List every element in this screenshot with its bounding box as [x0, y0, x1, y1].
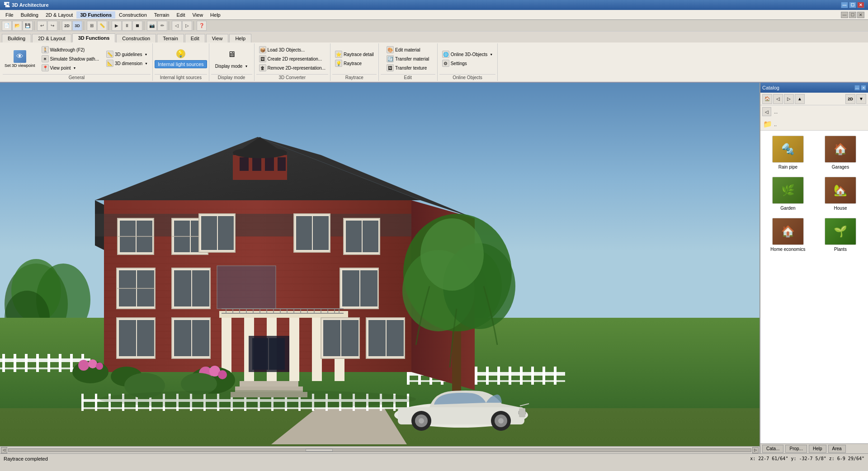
catalog-item-home-economics[interactable]: 🏠 Home economics — [762, 215, 814, 255]
raytrace-button[interactable]: 💡 Raytrace — [333, 59, 376, 68]
catalog-2d-view[interactable]: 2D — [845, 94, 855, 104]
menu-3d-functions[interactable]: 3D Functions — [76, 11, 115, 19]
right-panel: Catalog — ✕ 🏠 ◁ ▷ ▲ 2D ▼ ◁ ... 📁 .. — [760, 83, 868, 453]
arrow-right-button[interactable]: ▷ — [182, 21, 192, 31]
arrow-left-button[interactable]: ◁ — [172, 21, 182, 31]
catalog-dropdown[interactable]: ▼ — [856, 94, 866, 104]
measure-button[interactable]: 📏 — [97, 21, 107, 31]
scroll-thumb[interactable] — [306, 449, 333, 452]
scroll-right-button[interactable]: ▷ — [752, 447, 759, 453]
menu-file[interactable]: File — [2, 11, 17, 19]
internal-light-sources-button[interactable]: Internal light sources — [155, 60, 207, 68]
catalog-back-button[interactable]: ◁ — [773, 94, 783, 104]
edit-material-button[interactable]: 🎨 Edit material — [385, 45, 431, 54]
tab-building[interactable]: Building — [2, 34, 31, 42]
ribbon-group-online: 🌐 Online 3D-Objects ▼ ⚙ Settings Online … — [438, 43, 498, 81]
catalog-close[interactable]: ✕ — [861, 85, 866, 90]
catalog-nav-back[interactable]: ◁ — [762, 107, 771, 116]
3d-dimension-button[interactable]: 📐 3D dimension ▼ — [104, 59, 150, 68]
viewpoint-button[interactable]: 📍 View point ▼ — [40, 63, 101, 72]
online-3d-objects-button[interactable]: 🌐 Online 3D-Objects ▼ — [440, 50, 495, 59]
pause-button[interactable]: ⏸ — [122, 21, 132, 31]
grid-button[interactable]: ⊞ — [87, 21, 97, 31]
catalog-tab-cata[interactable]: Cata... — [762, 445, 783, 453]
menu-help[interactable]: Help — [207, 11, 224, 19]
tab-construction[interactable]: Construction — [116, 34, 156, 42]
horizontal-scrollbar[interactable]: ◁ ▷ — [0, 446, 760, 453]
2d-view-button[interactable]: 2D — [62, 21, 72, 31]
tab-edit[interactable]: Edit — [185, 34, 205, 42]
play-button[interactable]: ▶ — [112, 21, 122, 31]
raytrace-detail-button[interactable]: ⭐ Raytrace detail — [333, 50, 376, 59]
open-button[interactable]: 📂 — [12, 21, 22, 31]
svg-rect-165 — [137, 320, 154, 356]
tab-2d-layout[interactable]: 2D & Layout — [32, 34, 71, 42]
catalog-item-plants[interactable]: 🌱 Plants — [815, 215, 866, 255]
catalog-item-house[interactable]: 🏡 House — [815, 174, 866, 214]
walkthrough-button[interactable]: 🚶 Walkthrough (F2) — [40, 45, 101, 54]
3d-guidelines-button[interactable]: 📏 3D guidelines ▼ — [104, 50, 150, 59]
create-2d-representation-button[interactable]: 🖼 Create 2D representation... — [257, 54, 327, 63]
scroll-left-button[interactable]: ◁ — [1, 447, 7, 453]
simulate-shadow-button[interactable]: ☀ Simulate Shadow path... — [40, 54, 101, 63]
svg-rect-170 — [323, 320, 340, 356]
catalog-item-rain-pipe-label: Rain pipe — [778, 165, 797, 170]
draw-button[interactable]: ✏ — [157, 21, 167, 31]
settings-button[interactable]: ⚙ Settings — [440, 59, 495, 68]
svg-rect-116 — [346, 221, 362, 252]
catalog-item-rain-pipe[interactable]: 🔩 Rain pipe — [762, 132, 814, 173]
load-3d-objects-button[interactable]: 📦 Load 3D Objects... — [257, 45, 327, 54]
display-mode-button[interactable]: Display mode ▼ — [213, 63, 250, 70]
catalog-minimize[interactable]: — — [854, 85, 860, 90]
raytrace-buttons: ⭐ Raytrace detail 💡 Raytrace — [332, 49, 377, 69]
catalog-tab-help[interactable]: Help — [809, 445, 826, 453]
svg-point-196 — [419, 418, 424, 424]
menu-view[interactable]: View — [189, 11, 207, 19]
display-group-label: Display mode — [211, 74, 252, 80]
menu-terrain[interactable]: Terrain — [151, 11, 173, 19]
help-button[interactable]: ❓ — [197, 21, 207, 31]
catalog-tab-prop[interactable]: Prop... — [785, 445, 807, 453]
catalog-tab-area[interactable]: Area — [828, 445, 846, 453]
minimize-button[interactable]: — — [841, 2, 848, 8]
coordinates: x: 22-7 61/64" y: -32-7 5/8" z: 6-9 29/6… — [750, 456, 864, 461]
close-button[interactable]: ✕ — [857, 2, 864, 8]
transfer-texture-button[interactable]: 🖼 Transfer texture — [385, 63, 431, 72]
general-group-label: General — [3, 74, 151, 80]
tab-3d-functions[interactable]: 3D Functions — [72, 33, 116, 42]
inner-close-button[interactable]: ✕ — [857, 12, 864, 18]
menu-building[interactable]: Building — [17, 11, 42, 19]
catalog-forward-button[interactable]: ▷ — [784, 94, 794, 104]
scroll-track[interactable] — [8, 448, 751, 452]
camera-button[interactable]: 📷 — [147, 21, 157, 31]
transfer-material-button[interactable]: 🔄 Transfer material — [385, 54, 431, 63]
title-bar-controls[interactable]: — ☐ ✕ — [841, 2, 864, 8]
set-3d-viewpoint-button[interactable]: 👁 Set 3D viewpoint — [3, 49, 37, 69]
3d-view-button[interactable]: 3D — [72, 21, 82, 31]
svg-rect-16 — [47, 354, 50, 372]
catalog-item-garden-img: 🌿 — [772, 177, 804, 204]
catalog-up-button[interactable]: ▲ — [795, 94, 805, 104]
menu-construction[interactable]: Construction — [115, 11, 151, 19]
save-button[interactable]: 💾 — [23, 21, 33, 31]
catalog-home-button[interactable]: 🏠 — [762, 94, 772, 104]
maximize-button[interactable]: ☐ — [849, 2, 856, 8]
undo-button[interactable]: ↩ — [37, 21, 47, 31]
catalog-parent-folder[interactable]: 📁 .. — [762, 119, 866, 129]
remove-2d-representation-button[interactable]: 🗑 Remove 2D-representation... — [257, 63, 327, 72]
menu-edit[interactable]: Edit — [173, 11, 189, 19]
catalog-item-garden[interactable]: 🌿 Garden — [762, 174, 814, 214]
3d-viewport[interactable]: ◁ ▷ — [0, 83, 760, 453]
svg-rect-114 — [313, 216, 329, 250]
tab-view[interactable]: View — [206, 34, 229, 42]
svg-rect-125 — [217, 266, 276, 309]
new-button[interactable]: 📄 — [2, 21, 12, 31]
catalog-item-garages[interactable]: 🏠 Garages — [815, 132, 866, 173]
tab-terrain[interactable]: Terrain — [157, 34, 184, 42]
inner-restore-button[interactable]: ☐ — [849, 12, 856, 18]
redo-button[interactable]: ↪ — [47, 21, 57, 31]
menu-2d-layout[interactable]: 2D & Layout — [42, 11, 77, 19]
inner-minimize-button[interactable]: — — [841, 12, 848, 18]
tab-help[interactable]: Help — [229, 34, 251, 42]
stop-button[interactable]: ⏹ — [132, 21, 142, 31]
